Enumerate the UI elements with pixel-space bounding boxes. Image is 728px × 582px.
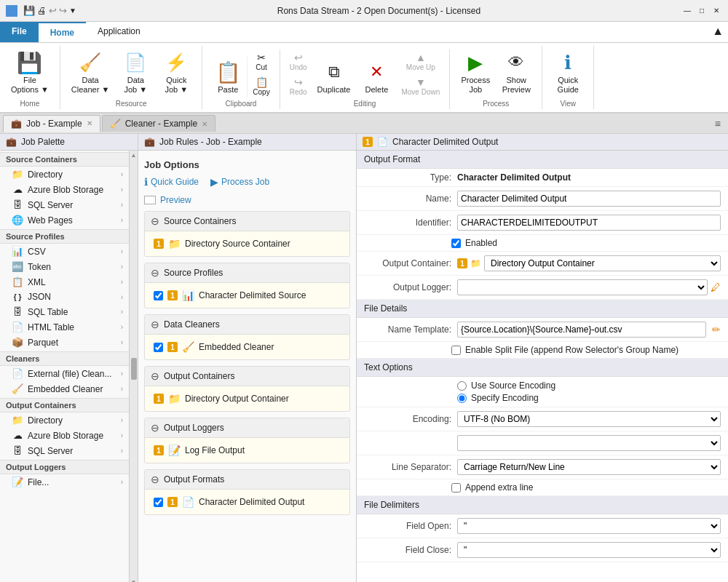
source-profile-icon: 📊 — [182, 290, 194, 301]
copy-button[interactable]: 📋 Copy — [249, 74, 273, 98]
right-scroll-area[interactable]: Output Format Type: Character Delimited … — [357, 151, 728, 582]
sidebar-item-file-logger[interactable]: 📝 File... › — [0, 474, 129, 490]
section-output-containers-header[interactable]: ⊖ Output Containers — [145, 367, 349, 386]
output-format-checkbox[interactable] — [154, 498, 163, 507]
redo-qa-icon[interactable]: ↪ — [59, 5, 67, 16]
directory-label: Directory — [28, 170, 116, 180]
undo-qa-icon[interactable]: ↩ — [49, 5, 57, 16]
ribbon-collapse-button[interactable]: ▲ — [708, 22, 728, 42]
output-logger-item-1[interactable]: 1 📝 Log File Output — [151, 442, 344, 458]
sidebar-item-output-azure[interactable]: ☁ Azure Blob Storage › — [0, 428, 129, 443]
sidebar-header-icon: 💼 — [6, 137, 17, 147]
output-logger-edit-icon[interactable]: 🖊 — [711, 282, 721, 293]
sidebar-item-output-directory[interactable]: 📁 Directory › — [0, 412, 129, 428]
doc-tab-cleaner-close[interactable]: ✕ — [202, 120, 207, 128]
sidebar-scroll-thumb[interactable] — [131, 358, 137, 380]
tab-application[interactable]: Application — [86, 22, 152, 42]
preview-link[interactable]: Preview — [144, 195, 350, 205]
doc-tabs-more[interactable]: ≡ — [711, 116, 725, 131]
sidebar-item-json[interactable]: { } JSON › — [0, 290, 129, 304]
file-options-button[interactable]: 💾 FileOptions ▼ — [6, 46, 54, 98]
form-row-output-logger: Output Logger: 🖊 — [357, 276, 728, 300]
section-source-profiles-header[interactable]: ⊖ Source Profiles — [145, 263, 349, 283]
form-select-field-open[interactable]: " — [457, 518, 721, 534]
sidebar-item-directory[interactable]: 📁 Directory › — [0, 167, 129, 182]
doc-tab-job-close[interactable]: ✕ — [87, 119, 92, 127]
radio-specify-encoding-input[interactable] — [457, 394, 467, 403]
ribbon-group-home: 💾 FileOptions ▼ Home — [0, 46, 60, 109]
form-select-field-close[interactable]: " — [457, 542, 721, 558]
tab-home[interactable]: Home — [39, 22, 86, 42]
radio-specify-encoding[interactable]: Specify Encoding — [457, 393, 555, 403]
source-profile-item-1[interactable]: 1 📊 Character Delimited Source — [151, 287, 344, 303]
sidebar-scrollbar[interactable]: ▲ ▼ — [129, 151, 138, 582]
sidebar-item-external-cleaner[interactable]: 📄 External (file) Clean... › — [0, 366, 129, 381]
undo-button[interactable]: ↩ Undo — [286, 49, 311, 73]
section-data-cleaners-header[interactable]: ⊖ Data Cleaners — [145, 315, 349, 335]
sidebar-item-azure-blob[interactable]: ☁ Azure Blob Storage › — [0, 182, 129, 197]
close-button[interactable]: ✕ — [711, 5, 722, 17]
move-down-button[interactable]: ▼ Move Down — [397, 74, 443, 98]
doc-tab-cleaner[interactable]: 🧹 Cleaner - Example ✕ — [102, 115, 215, 132]
radio-use-source[interactable]: Use Source Encoding — [457, 380, 555, 391]
sidebar-scroll-up[interactable]: ▲ — [131, 152, 137, 158]
form-select-line-separator[interactable]: Carriage Return/New Line — [457, 459, 721, 475]
sidebar-item-output-sql[interactable]: 🗄 SQL Server › — [0, 443, 129, 458]
form-input-identifier[interactable] — [457, 215, 721, 231]
move-up-button[interactable]: ▲ Move Up — [397, 49, 443, 73]
tab-file[interactable]: File — [0, 22, 39, 42]
sidebar-item-csv[interactable]: 📊 CSV › — [0, 244, 129, 259]
delete-button[interactable]: ✕ Delete — [357, 55, 396, 98]
process-job-link[interactable]: ▶ Process Job — [210, 176, 269, 188]
form-select-output-logger[interactable] — [457, 279, 708, 295]
show-preview-button[interactable]: 👁 ShowPreview — [496, 46, 536, 98]
minimize-button[interactable]: — — [681, 5, 693, 17]
data-cleaner-button[interactable]: 🧹 DataCleaner ▼ — [66, 46, 114, 98]
form-checkbox-enabled[interactable] — [451, 239, 461, 248]
sidebar-item-web-pages[interactable]: 🌐 Web Pages › — [0, 212, 129, 228]
paste-button[interactable]: 📋 Paste — [208, 55, 248, 98]
sidebar-item-embedded-cleaner[interactable]: 🧹 Embedded Cleaner › — [0, 381, 129, 396]
form-input-name-template[interactable] — [457, 322, 706, 338]
section-output-formats-header[interactable]: ⊖ Output Formats — [145, 470, 349, 490]
form-select-encoding-extra[interactable] — [457, 435, 721, 451]
radio-use-source-input[interactable] — [457, 381, 467, 391]
redo-button[interactable]: ↪ Redo — [286, 74, 311, 98]
duplicate-button[interactable]: ⧉ Duplicate — [312, 55, 356, 98]
name-template-edit-icon[interactable]: ✏ — [712, 324, 721, 335]
form-select-output-container[interactable]: Directory Output Container — [484, 255, 721, 271]
data-cleaner-checkbox[interactable] — [154, 343, 163, 352]
print-qa-icon[interactable]: 🖨 — [37, 5, 47, 16]
source-profile-checkbox[interactable] — [154, 291, 163, 300]
quick-job-button[interactable]: ⚡ QuickJob ▼ — [157, 46, 196, 98]
output-container-item-1[interactable]: 1 📁 Directory Output Container — [151, 391, 344, 407]
process-job-button[interactable]: ▶ ProcessJob — [456, 46, 495, 98]
sidebar-item-parquet[interactable]: 📦 Parquet › — [0, 335, 129, 350]
sidebar-scroll[interactable]: Source Containers 📁 Directory › ☁ Azure … — [0, 151, 129, 582]
form-checkbox-split-file[interactable] — [451, 346, 461, 355]
form-input-name[interactable] — [457, 191, 721, 207]
maximize-button[interactable]: □ — [696, 5, 708, 17]
cut-button[interactable]: ✂ Cut — [249, 49, 273, 73]
data-job-button[interactable]: 📄 DataJob ▼ — [116, 46, 155, 98]
source-container-item-1[interactable]: 1 📁 Directory Source Container — [151, 236, 344, 252]
sidebar-item-token[interactable]: 🔤 Token › — [0, 259, 129, 274]
quick-guide-link[interactable]: ℹ Quick Guide — [144, 176, 199, 188]
data-cleaner-item-1[interactable]: 1 🧹 Embedded Cleaner — [151, 339, 344, 355]
data-job-icon: 📄 — [121, 49, 150, 76]
sidebar-item-sql-table[interactable]: 🗄 SQL Table › — [0, 304, 129, 319]
sidebar-item-html-table[interactable]: 📄 HTML Table › — [0, 319, 129, 335]
sidebar-item-xml[interactable]: 📋 XML › — [0, 274, 129, 290]
section-source-containers-header[interactable]: ⊖ Source Containers — [145, 212, 349, 231]
form-select-encoding[interactable]: UTF-8 (No BOM) — [457, 411, 721, 427]
qa-dropdown-icon[interactable]: ▼ — [69, 7, 76, 15]
form-checkbox-append-extra[interactable] — [451, 483, 461, 493]
title-bar-left: 💾 🖨 ↩ ↪ ▼ — [6, 5, 76, 17]
sidebar-item-sql-server[interactable]: 🗄 SQL Server › — [0, 197, 129, 212]
section-output-loggers-header[interactable]: ⊖ Output Loggers — [145, 418, 349, 438]
doc-tab-job[interactable]: 💼 Job - Example ✕ — [3, 115, 100, 132]
quick-guide-button[interactable]: ℹ QuickGuide — [548, 46, 587, 98]
output-format-item-1[interactable]: 1 📄 Character Delimited Output — [151, 494, 344, 510]
sidebar-scroll-down[interactable]: ▼ — [131, 579, 137, 582]
save-qa-icon[interactable]: 💾 — [23, 5, 35, 16]
